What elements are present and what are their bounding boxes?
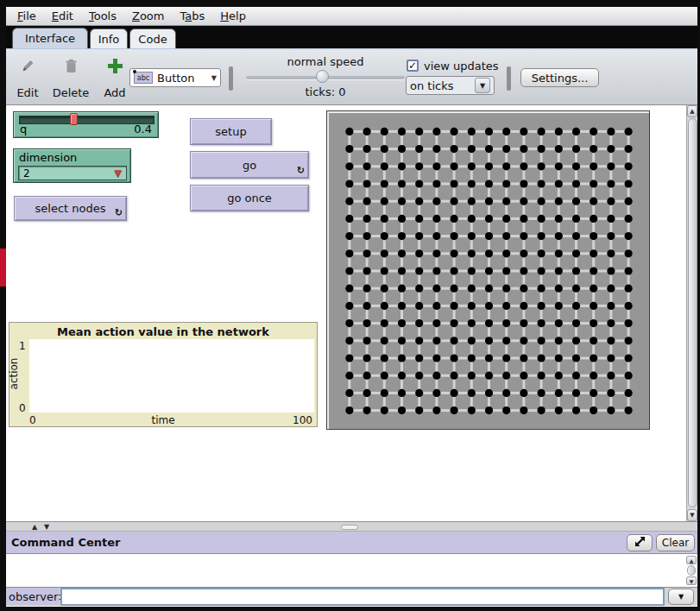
lattice-network: [329, 113, 649, 429]
interface-canvas: q 0.4 dimension 2 ▼ select nodes ↻ setup…: [6, 105, 686, 521]
plot-area: [29, 339, 314, 413]
widget-type-combo[interactable]: abc Button ▼: [129, 68, 221, 87]
command-center-prompt-row: observer> ▼: [6, 588, 697, 606]
plot-title: Mean action value in the network: [9, 325, 317, 338]
command-center-splitter[interactable]: ▲ ▼: [6, 521, 697, 532]
setup-button[interactable]: setup: [190, 118, 272, 145]
detach-arrow-icon: [634, 536, 646, 550]
chevron-down-icon: ▼: [678, 593, 684, 601]
trash-icon: [65, 56, 78, 73]
update-mode-value: on ticks: [410, 79, 453, 92]
chooser-dimension[interactable]: dimension 2 ▼: [13, 148, 131, 183]
menu-tools[interactable]: Tools: [81, 8, 124, 24]
observer-prompt-label: observer>: [6, 588, 60, 606]
plot-x-max-tick: 100: [293, 414, 312, 426]
go-once-button[interactable]: go once: [190, 185, 309, 211]
clear-button-label: Clear: [662, 537, 689, 549]
scroll-up-icon[interactable]: ▲: [686, 556, 697, 564]
toolbar: Edit Delete Add abc Button ▼ normal s: [6, 48, 697, 105]
plot-x-axis-label: time: [9, 414, 317, 426]
setup-button-label: setup: [215, 125, 246, 138]
tab-info[interactable]: Info: [90, 28, 128, 48]
scroll-down-icon[interactable]: ▼: [687, 509, 697, 521]
speed-slider-label: normal speed: [239, 55, 412, 68]
desktop-red-edge: [0, 249, 6, 287]
view-updates-checkbox[interactable]: ✓: [407, 60, 419, 72]
menu-help[interactable]: Help: [212, 8, 254, 24]
tab-info-label: Info: [98, 33, 120, 46]
tab-code[interactable]: Code: [129, 28, 176, 48]
chooser-dimension-label: dimension: [19, 151, 77, 164]
scroll-up-icon[interactable]: ▲: [687, 105, 697, 117]
check-icon: ✓: [408, 60, 417, 71]
button-widget-icon: abc: [134, 72, 153, 84]
chooser-dimension-value: 2: [23, 167, 30, 180]
widget-type-combo-value: Button: [157, 72, 195, 85]
plus-icon: [108, 56, 123, 73]
view-updates-label: view updates: [424, 60, 499, 72]
plot-y-axis-label: action: [8, 348, 20, 400]
splitter-grip[interactable]: [341, 525, 358, 530]
chevron-down-icon: ▼: [208, 74, 217, 82]
chooser-dimension-select[interactable]: 2 ▼: [18, 166, 127, 180]
select-nodes-button[interactable]: select nodes ↻: [14, 196, 127, 221]
command-center-title: Command Center: [11, 536, 120, 549]
tab-interface[interactable]: Interface: [12, 28, 88, 48]
update-mode-combo[interactable]: on ticks ▼: [406, 76, 495, 95]
forever-icon: ↻: [297, 165, 305, 176]
tab-bar: Interface Info Code: [6, 26, 697, 48]
main-scrollbar[interactable]: ▲ ▼: [686, 105, 697, 521]
detach-button[interactable]: [627, 534, 653, 551]
command-center-header: Command Center Clear: [6, 532, 697, 554]
plot-y-min-tick: 0: [19, 402, 26, 414]
desktop-frame: FileEditToolsZoomTabsHelp Interface Info…: [0, 0, 700, 611]
netlogo-window: FileEditToolsZoomTabsHelp Interface Info…: [6, 7, 697, 607]
main-scrollbar-thumb[interactable]: [688, 118, 697, 507]
chevron-down-icon: ▼: [475, 78, 490, 93]
chevron-down-icon: ▼: [115, 167, 122, 179]
pencil-icon: [21, 56, 35, 73]
command-history-button[interactable]: ▼: [668, 589, 694, 605]
select-nodes-button-label: select nodes: [35, 202, 106, 215]
go-once-button-label: go once: [227, 192, 272, 205]
add-button-label: Add: [104, 86, 125, 99]
add-button[interactable]: Add: [98, 56, 132, 99]
world-view[interactable]: [326, 110, 650, 430]
tab-code-label: Code: [138, 33, 167, 46]
plot-mean-action: Mean action value in the network action …: [9, 322, 318, 427]
clear-button[interactable]: Clear: [656, 534, 695, 551]
tab-interface-label: Interface: [25, 32, 75, 45]
menu-bar: FileEditToolsZoomTabsHelp: [6, 7, 697, 26]
settings-button[interactable]: Settings...: [520, 68, 599, 87]
menu-zoom[interactable]: Zoom: [124, 8, 172, 24]
toolbar-separator: [507, 66, 511, 91]
plot-y-max-tick: 1: [19, 340, 26, 352]
output-scrollbar-thumb[interactable]: [687, 565, 696, 576]
command-center-output[interactable]: ▲ ▼: [6, 554, 697, 588]
collapse-down-icon[interactable]: ▼: [44, 523, 49, 531]
delete-button-label: Delete: [53, 86, 90, 99]
go-button[interactable]: go ↻: [190, 151, 309, 179]
slider-q-label: q: [20, 123, 27, 135]
toolbar-separator: [229, 66, 233, 91]
edit-button-label: Edit: [16, 86, 38, 99]
go-button-label: go: [243, 159, 256, 172]
menu-edit[interactable]: Edit: [44, 8, 81, 24]
forever-icon: ↻: [115, 207, 123, 218]
settings-button-label: Settings...: [532, 72, 589, 85]
ticks-counter: ticks: 0: [239, 85, 412, 98]
collapse-up-icon[interactable]: ▲: [32, 523, 37, 531]
speed-slider-thumb[interactable]: [316, 70, 329, 83]
menu-file[interactable]: File: [9, 8, 44, 24]
command-input[interactable]: [60, 588, 665, 606]
delete-button[interactable]: Delete: [47, 56, 95, 99]
scroll-down-icon[interactable]: ▼: [686, 576, 697, 585]
slider-q-handle[interactable]: [70, 113, 78, 125]
slider-q-value: 0.4: [134, 123, 152, 135]
menu-tabs[interactable]: Tabs: [172, 8, 212, 24]
slider-q[interactable]: q 0.4: [13, 111, 159, 138]
edit-button[interactable]: Edit: [10, 56, 45, 99]
